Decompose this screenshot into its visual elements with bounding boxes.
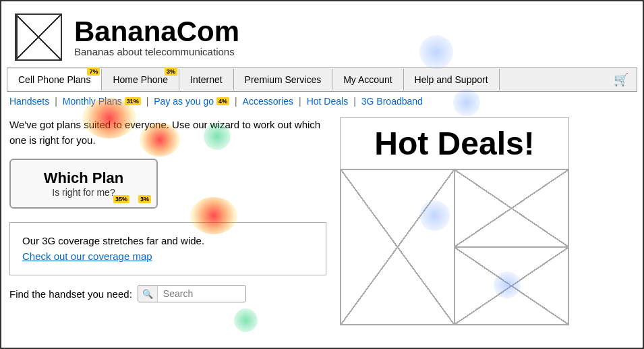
deal-image-large — [341, 170, 454, 324]
main-content: We've got plans suited to everyone. Use … — [1, 111, 643, 332]
heatmap-pct-payg: 4% — [216, 97, 229, 105]
hot-deals-title: Hot Deals! — [341, 118, 568, 169]
subnav-3g-broadband[interactable]: 3G Broadband — [361, 96, 423, 107]
search-input-wrapper[interactable]: 🔍 — [138, 285, 246, 302]
search-input[interactable] — [158, 286, 245, 302]
deal-cell-top-right[interactable] — [455, 169, 568, 247]
subnav-sep5: | — [353, 96, 356, 107]
heatmap-pct-wizard2: 3% — [138, 195, 151, 203]
site-title: BananaCom — [74, 18, 239, 46]
heatmap-pct-monthly: 31% — [125, 97, 141, 105]
left-column: We've got plans suited to everyone. Use … — [9, 117, 326, 325]
logo-text: BananaCom Bananas about telecommunicatio… — [74, 18, 239, 57]
search-label: Find the handset you need: — [9, 288, 132, 300]
wizard-title: Which Plan — [44, 169, 124, 187]
intro-text: We've got plans suited to everyone. Use … — [9, 117, 326, 148]
deal-image-top-right — [455, 170, 568, 246]
subnav: Handsets | Monthly Plans 31% | Pay as yo… — [1, 92, 643, 111]
nav-premium[interactable]: Premium Services — [234, 69, 333, 90]
nav-home-phone[interactable]: Home Phone 3% — [102, 69, 179, 90]
search-icon: 🔍 — [138, 286, 158, 302]
hot-deals-panel: Hot Deals! — [340, 117, 569, 325]
subnav-sep2: | — [146, 96, 149, 107]
wizard-subtitle: Is right for me? — [52, 187, 115, 198]
logo-box — [15, 14, 62, 61]
heatmap-pct-wizard1: 35% — [113, 195, 129, 203]
header: BananaCom Bananas about telecommunicatio… — [1, 1, 643, 68]
coverage-box: Our 3G coverage stretches far and wide. … — [9, 222, 326, 275]
subnav-sep3: | — [235, 96, 237, 107]
nav-my-account[interactable]: My Account — [332, 69, 403, 90]
subnav-handsets[interactable]: Handsets — [9, 96, 49, 107]
subnav-hot-deals[interactable]: Hot Deals — [307, 96, 348, 107]
subnav-payg[interactable]: Pay as you go 4% — [154, 96, 229, 107]
logo-x — [16, 15, 61, 59]
deal-cell-bottom-right[interactable] — [455, 247, 568, 325]
nav-help[interactable]: Help and Support — [404, 69, 500, 90]
nav-internet[interactable]: Internet — [179, 69, 233, 90]
deals-grid — [341, 169, 568, 325]
which-plan-button[interactable]: Which Plan Is right for me? 35% 3% — [9, 159, 158, 209]
subnav-accessories[interactable]: Accessories — [243, 96, 293, 107]
site-tagline: Bananas about telecommunications — [74, 46, 239, 57]
subnav-sep4: | — [299, 96, 301, 107]
nav-cell-phone-plans[interactable]: Cell Phone Plans 7% — [7, 69, 102, 90]
subnav-sep1: | — [55, 96, 57, 107]
coverage-map-link[interactable]: Check out our coverage map — [22, 250, 152, 262]
coverage-text: Our 3G coverage stretches far and wide. — [22, 235, 204, 246]
deal-cell-large[interactable] — [341, 169, 455, 325]
deal-image-bottom-right — [455, 248, 568, 324]
cart-button[interactable]: 🛒 — [606, 68, 637, 91]
subnav-monthly-plans[interactable]: Monthly Plans 31% — [63, 96, 141, 107]
navbar: Cell Phone Plans 7% Home Phone 3% Intern… — [7, 68, 637, 92]
search-row: Find the handset you need: 🔍 — [9, 285, 326, 302]
